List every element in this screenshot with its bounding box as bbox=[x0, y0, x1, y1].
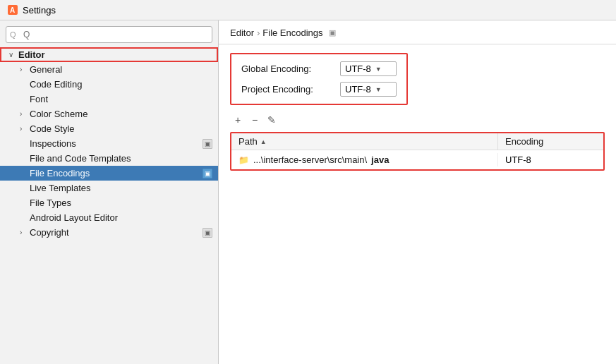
project-encoding-label: Project Encoding: bbox=[241, 84, 333, 95]
sidebar-item-label: Code Style bbox=[30, 123, 75, 134]
table-row[interactable]: 📁 ...\interface-server\src\main\java UTF… bbox=[231, 150, 603, 169]
sidebar-item-label: General bbox=[30, 64, 62, 75]
td-path: 📁 ...\interface-server\src\main\java bbox=[231, 153, 497, 166]
file-encodings-table: Path ▲ Encoding 📁 ...\interface-server\s… bbox=[230, 132, 605, 171]
sidebar-item-android-layout-editor[interactable]: Android Layout Editor bbox=[0, 210, 218, 225]
sidebar-item-file-types[interactable]: File Types bbox=[0, 195, 218, 210]
col-header-encoding[interactable]: Encoding bbox=[497, 133, 603, 150]
col-header-path[interactable]: Path ▲ bbox=[231, 133, 497, 150]
sidebar-item-label: Copyright bbox=[30, 227, 69, 238]
breadcrumb-current: File Encodings bbox=[262, 28, 322, 38]
copyright-badge: ▣ bbox=[203, 228, 212, 238]
project-encoding-arrow-icon: ▼ bbox=[375, 86, 382, 93]
tree-area[interactable]: ∨ Editor › General Code Editing Font bbox=[0, 47, 218, 364]
sort-ascending-icon: ▲ bbox=[260, 138, 267, 145]
expand-arrow: ∨ bbox=[8, 51, 16, 59]
sidebar-item-label: Code Editing bbox=[30, 79, 82, 90]
code-style-arrow: › bbox=[20, 125, 27, 133]
folder-icon: 📁 bbox=[238, 155, 249, 165]
main-content: Q ∨ Editor › General Code Editing bbox=[0, 20, 616, 364]
project-encoding-row: Project Encoding: UTF-8 ▼ bbox=[241, 82, 397, 97]
sidebar-item-label: Inspections bbox=[30, 138, 76, 149]
global-encoding-label: Global Encoding: bbox=[241, 63, 333, 74]
general-arrow: › bbox=[20, 66, 27, 73]
svg-text:A: A bbox=[10, 6, 15, 14]
breadcrumb-separator: › bbox=[257, 28, 260, 38]
sidebar-item-file-code-templates[interactable]: File and Code Templates bbox=[0, 151, 218, 166]
sidebar-item-code-editing[interactable]: Code Editing bbox=[0, 77, 218, 92]
sidebar-item-general[interactable]: › General bbox=[0, 62, 218, 77]
edit-button[interactable]: ✎ bbox=[264, 112, 279, 128]
add-button[interactable]: + bbox=[230, 112, 246, 128]
sidebar-item-inspections[interactable]: Inspections ▣ bbox=[0, 136, 218, 151]
sidebar-item-color-scheme[interactable]: › Color Scheme bbox=[0, 107, 218, 121]
color-scheme-arrow: › bbox=[20, 110, 27, 118]
project-encoding-dropdown[interactable]: UTF-8 ▼ bbox=[340, 82, 397, 97]
sidebar-item-label: File Encodings bbox=[30, 168, 90, 178]
sidebar-item-file-encodings[interactable]: File Encodings ▣ bbox=[0, 166, 218, 181]
title-bar: A Settings bbox=[0, 0, 616, 20]
left-panel: Q ∨ Editor › General Code Editing bbox=[0, 20, 219, 364]
sidebar-item-font[interactable]: Font bbox=[0, 92, 218, 107]
search-input[interactable] bbox=[6, 26, 212, 43]
sidebar-item-label: Font bbox=[30, 94, 48, 104]
global-encoding-row: Global Encoding: UTF-8 ▼ bbox=[241, 61, 397, 76]
encoding-settings-box: Global Encoding: UTF-8 ▼ Project Encodin… bbox=[230, 53, 408, 105]
window-title: Settings bbox=[23, 5, 56, 16]
search-box[interactable]: Q bbox=[6, 26, 212, 43]
sidebar-item-code-style[interactable]: › Code Style bbox=[0, 121, 218, 136]
file-encodings-badge: ▣ bbox=[203, 169, 212, 178]
sidebar-item-label: Live Templates bbox=[30, 183, 90, 193]
global-encoding-arrow-icon: ▼ bbox=[375, 66, 382, 73]
sidebar-item-label: File Types bbox=[30, 198, 71, 208]
sidebar-item-label: Color Scheme bbox=[30, 109, 87, 119]
global-encoding-value: UTF-8 bbox=[345, 63, 371, 74]
remove-button[interactable]: − bbox=[247, 112, 262, 128]
col-encoding-label: Encoding bbox=[505, 136, 543, 147]
right-body: Global Encoding: UTF-8 ▼ Project Encodin… bbox=[219, 44, 616, 364]
breadcrumb-parent: Editor bbox=[230, 28, 254, 38]
table-header: Path ▲ Encoding bbox=[231, 133, 603, 150]
sidebar-item-live-templates[interactable]: Live Templates bbox=[0, 181, 218, 195]
path-prefix: ...\interface-server\src\main\ bbox=[253, 154, 367, 165]
sidebar-item-label: Android Layout Editor bbox=[30, 212, 118, 223]
inspections-badge: ▣ bbox=[203, 139, 212, 149]
sidebar-item-label: File and Code Templates bbox=[30, 153, 131, 164]
breadcrumb-badge-icon: ▣ bbox=[329, 28, 336, 37]
right-panel: Editor › File Encodings ▣ Global Encodin… bbox=[219, 20, 616, 364]
sidebar-item-editor[interactable]: ∨ Editor bbox=[0, 47, 218, 62]
breadcrumb: Editor › File Encodings ▣ bbox=[219, 20, 616, 44]
td-encoding: UTF-8 bbox=[497, 153, 603, 166]
project-encoding-value: UTF-8 bbox=[345, 84, 371, 95]
path-bold: java bbox=[371, 154, 389, 165]
app-icon: A bbox=[7, 4, 18, 16]
search-icon: Q bbox=[10, 30, 16, 39]
global-encoding-dropdown[interactable]: UTF-8 ▼ bbox=[340, 61, 397, 76]
sidebar-group-label: Editor bbox=[18, 49, 45, 60]
sidebar-item-copyright[interactable]: › Copyright ▣ bbox=[0, 225, 218, 240]
file-encoding-toolbar: + − ✎ bbox=[230, 112, 605, 128]
col-path-label: Path bbox=[238, 136, 258, 147]
copyright-arrow: › bbox=[20, 229, 27, 236]
